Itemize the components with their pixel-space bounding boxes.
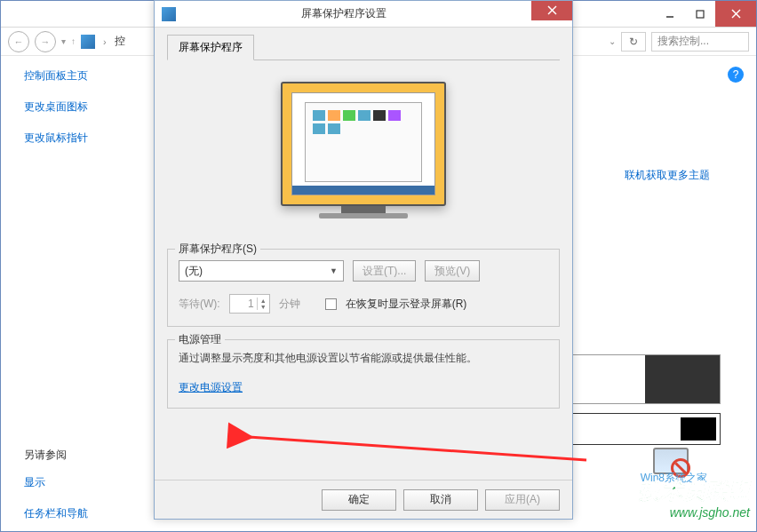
theme-thumb-1[interactable] [570,354,721,404]
minimize-button[interactable] [655,1,685,27]
search-input[interactable]: 搜索控制... [651,32,749,52]
dialog-close-button[interactable] [531,1,572,20]
dropdown-caret[interactable]: ⌄ [609,36,616,46]
dialog-title: 屏幕保护程序设置 [183,6,531,21]
wait-label: 等待(W): [179,297,220,312]
forward-button[interactable]: → [35,31,56,52]
resume-label: 在恢复时显示登录屏幕(R) [346,297,467,312]
tab-screensaver[interactable]: 屏幕保护程序 [167,35,254,60]
dialog-titlebar: 屏幕保护程序设置 [155,1,572,28]
close-button[interactable] [715,1,756,27]
preview-button[interactable]: 预览(V) [425,260,480,282]
dialog-button-row: 确定 取消 应用(A) [155,480,572,519]
breadcrumb-sep: › [100,36,109,47]
wait-unit: 分钟 [279,297,300,312]
breadcrumb[interactable]: 控 [115,34,125,49]
maximize-button[interactable] [685,1,715,27]
screensaver-group-label: 屏幕保护程序(S) [175,242,260,257]
back-button[interactable]: ← [8,31,29,52]
wait-spinner[interactable]: ▲▼ [229,294,270,314]
recent-dropdown[interactable]: ▾ [61,36,66,46]
dialog-body: 屏幕保护程序 屏幕保护程序(S) (无)▼ 设置(T)... [155,28,572,428]
power-group: 电源管理 通过调整显示亮度和其他电源设置以节省能源或提供最佳性能。 更改电源设置 [167,339,560,409]
power-description: 通过调整显示亮度和其他电源设置以节省能源或提供最佳性能。 [179,351,548,366]
tab-row: 屏幕保护程序 [167,35,560,60]
theme-thumbnails [570,354,721,445]
sidebar-link-desktop-icons[interactable]: 更改桌面图标 [24,99,143,115]
win8-mark: Win8系统之家 [641,471,707,486]
settings-button[interactable]: 设置(T)... [353,260,416,282]
screensaver-settings-dialog: 屏幕保护程序设置 屏幕保护程序 屏幕保护程序(S) [154,0,573,520]
see-also-taskbar[interactable]: 任务栏和导航 [24,506,143,521]
power-group-label: 电源管理 [175,332,225,347]
online-themes-link[interactable]: 联机获取更多主题 [625,168,710,183]
theme-thumb-2[interactable] [570,413,721,445]
sidebar-home[interactable]: 控制面板主页 [24,68,143,83]
apply-button[interactable]: 应用(A) [485,489,560,511]
sidebar: 控制面板主页 更改桌面图标 更改鼠标指针 另请参阅 显示 任务栏和导航 轻松使用… [1,56,143,531]
screensaver-group: 屏幕保护程序(S) (无)▼ 设置(T)... 预览(V) 等待(W): ▲▼ … [167,249,560,327]
control-panel-icon [81,35,95,49]
see-also-display[interactable]: 显示 [24,475,143,490]
svg-rect-1 [697,11,704,18]
refresh-button[interactable]: ↻ [621,32,646,52]
cancel-button[interactable]: 取消 [403,489,478,511]
help-icon[interactable]: ? [728,67,744,83]
screensaver-select[interactable]: (无)▼ [179,260,344,282]
wait-input[interactable] [230,298,257,310]
dialog-icon [162,7,176,21]
up-button[interactable]: ↑ [71,36,76,46]
resume-checkbox[interactable] [325,298,337,310]
preview-area [167,60,560,249]
monitor-preview [281,82,446,218]
sidebar-link-mouse-pointer[interactable]: 更改鼠标指针 [24,131,143,146]
see-also-label: 另请参阅 [24,448,143,463]
change-power-settings-link[interactable]: 更改电源设置 [179,381,243,393]
ok-button[interactable]: 确定 [322,489,396,511]
